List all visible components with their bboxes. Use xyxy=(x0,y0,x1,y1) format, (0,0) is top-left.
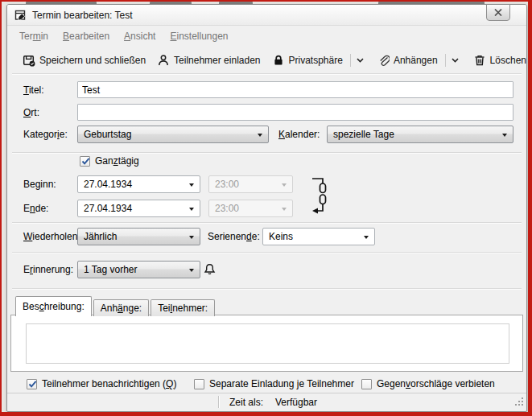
forbid-counter-option[interactable]: Gegenvorschläge verbieten xyxy=(361,378,495,389)
wiederholen-value: Jährlich xyxy=(84,231,117,242)
serienende-value: Keins xyxy=(269,231,293,242)
statusbar-separator xyxy=(218,396,219,408)
save-and-close-label: Speichern und schließen xyxy=(39,55,146,66)
tab-beschreibung[interactable]: Beschreibung: xyxy=(15,296,92,316)
kalender-select[interactable]: spezielle Tage xyxy=(327,126,513,143)
beginn-time-value: 23:00 xyxy=(215,179,239,190)
chevron-down-icon xyxy=(258,134,262,137)
kategorie-value: Geburtstag xyxy=(84,129,131,140)
wiederholen-label: Wiederholen: xyxy=(23,231,80,242)
titel-input[interactable] xyxy=(77,81,513,98)
resize-grip-icon xyxy=(515,397,524,406)
separate-invitation-checkbox[interactable] xyxy=(194,379,204,389)
beginn-label: Beginn: xyxy=(23,179,56,190)
separator xyxy=(12,288,522,289)
chevron-down-icon xyxy=(364,236,369,239)
kategorie-select[interactable]: Geburtstag xyxy=(77,126,269,143)
menu-termin[interactable]: Termin xyxy=(12,27,56,45)
separator xyxy=(12,152,522,153)
kalender-value: spezielle Tage xyxy=(333,129,394,140)
delete-label: Löschen xyxy=(490,55,526,66)
chevron-down-icon xyxy=(189,183,194,187)
delete-button[interactable]: Löschen xyxy=(468,50,532,71)
attach-button[interactable]: Anhängen xyxy=(373,50,443,71)
tab-anhaenge[interactable]: Anhänge: xyxy=(93,299,149,316)
chevron-down-icon xyxy=(502,134,507,137)
ort-input[interactable] xyxy=(77,104,513,121)
separate-invitation-option[interactable]: Separate Einladung je Teilnehmer xyxy=(194,378,354,389)
screen: Termin bearbeiten: Test Termin Bearbeite… xyxy=(0,0,532,416)
check-icon xyxy=(27,379,38,389)
serienende-label: Serienende: xyxy=(208,231,260,242)
privacy-button[interactable]: Privatsphäre xyxy=(266,50,348,71)
ende-date-select[interactable]: 27.04.1934 xyxy=(77,200,200,217)
trash-icon xyxy=(473,54,486,67)
tab-teilnehmer[interactable]: Teilnehmer: xyxy=(151,299,215,316)
edit-appointment-dialog: Termin bearbeiten: Test Termin Bearbeite… xyxy=(6,4,527,412)
chevron-down-icon xyxy=(282,208,287,211)
menu-bearbeiten[interactable]: Bearbeiten xyxy=(56,27,117,45)
menu-ansicht[interactable]: Ansicht xyxy=(117,27,163,45)
ende-time-value: 23:00 xyxy=(215,203,239,214)
toolbar-separator xyxy=(445,54,446,67)
erinnerung-value: 1 Tag vorher xyxy=(84,264,138,275)
notify-attendees-checkbox[interactable] xyxy=(27,379,37,389)
chevron-down-icon xyxy=(357,58,364,63)
titel-label: Titel: xyxy=(23,84,44,96)
toolbar-separator xyxy=(350,54,351,67)
titlebar[interactable]: Termin bearbeiten: Test xyxy=(7,5,526,26)
window-title: Termin bearbeiten: Test xyxy=(32,10,133,21)
separator xyxy=(12,73,522,74)
zeit-als-value: Verfügbar xyxy=(275,397,317,408)
menu-einstellungen[interactable]: Einstellungen xyxy=(163,27,235,45)
allday-checkbox[interactable] xyxy=(80,156,90,167)
wiederholen-select[interactable]: Jährlich xyxy=(77,228,200,245)
person-icon xyxy=(157,54,170,67)
attach-dropdown-button[interactable] xyxy=(447,54,463,67)
chevron-down-icon xyxy=(189,269,194,272)
notify-attendees-option[interactable]: Teilnehmer benachrichtigen (Q) xyxy=(27,378,176,389)
link-dates-toggle[interactable] xyxy=(311,175,332,219)
separate-invitation-label: Separate Einladung je Teilnehmer xyxy=(209,378,354,389)
check-icon xyxy=(80,156,91,167)
save-and-close-button[interactable]: Speichern und schließen xyxy=(17,50,151,71)
chevron-down-icon xyxy=(282,183,287,187)
ort-label: Ort: xyxy=(23,107,39,118)
chevron-down-icon xyxy=(452,58,459,63)
serienende-select[interactable]: Keins xyxy=(262,228,375,245)
bell-icon xyxy=(204,263,216,276)
close-button[interactable] xyxy=(486,4,510,21)
detail-tabs: Beschreibung: Anhänge: Teilnehmer: xyxy=(15,296,217,316)
lock-icon xyxy=(272,54,285,67)
kalender-label: Kalender: xyxy=(278,129,320,140)
erinnerung-label: Erinnerung: xyxy=(23,264,73,275)
reminder-bell xyxy=(204,263,216,278)
ende-date-value: 27.04.1934 xyxy=(84,203,132,214)
resize-grip[interactable] xyxy=(515,397,524,409)
allday-label: Ganztägig xyxy=(95,155,139,167)
save-close-icon xyxy=(23,54,35,67)
beginn-date-select[interactable]: 27.04.1934 xyxy=(77,175,200,193)
beginn-date-value: 27.04.1934 xyxy=(84,179,132,190)
ende-time-select: 23:00 xyxy=(208,200,293,217)
ende-label: Ende: xyxy=(23,203,48,214)
privacy-dropdown-button[interactable] xyxy=(353,54,368,67)
toolbar: Speichern und schließen Teilnehmer einla… xyxy=(7,47,526,73)
statusbar: Zeit als: Verfügbar xyxy=(7,393,526,411)
beschreibung-panel xyxy=(10,315,523,372)
notify-attendees-label: Teilnehmer benachrichtigen (Q) xyxy=(42,378,176,389)
forbid-counter-checkbox[interactable] xyxy=(361,379,372,389)
allday-checkbox-row[interactable]: Ganztägig xyxy=(80,155,139,167)
privacy-label: Privatsphäre xyxy=(289,55,343,66)
zeit-als-label: Zeit als: xyxy=(229,397,263,408)
beginn-time-select: 23:00 xyxy=(208,175,293,193)
forbid-counter-label: Gegenvorschläge verbieten xyxy=(377,378,495,389)
invite-attendees-button[interactable]: Teilnehmer einladen xyxy=(151,50,266,71)
kategorie-label: Kategorie: xyxy=(23,129,68,140)
separator xyxy=(12,252,522,253)
paperclip-icon xyxy=(378,54,390,67)
description-textarea[interactable] xyxy=(26,323,509,364)
erinnerung-select[interactable]: 1 Tag vorher xyxy=(77,261,200,278)
chevron-down-icon xyxy=(189,208,194,211)
close-icon xyxy=(494,9,502,16)
